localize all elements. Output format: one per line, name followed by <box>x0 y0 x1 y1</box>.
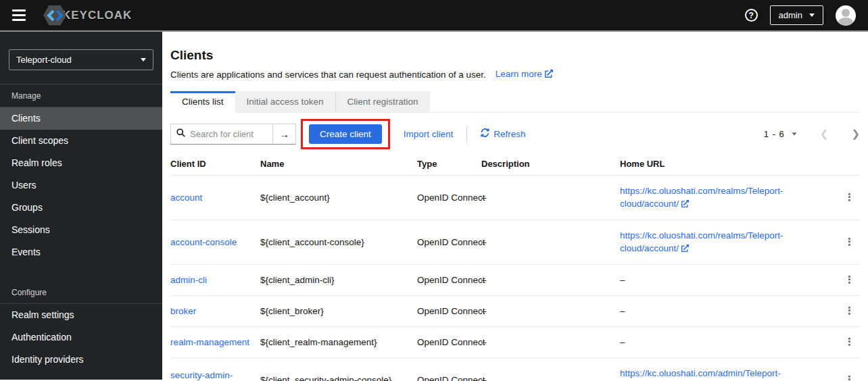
external-link-icon <box>681 198 689 211</box>
page-subtitle: Clients are applications and services th… <box>170 70 486 80</box>
column-header-home-url: Home URL <box>620 153 841 176</box>
column-header-type: Type <box>417 153 481 176</box>
user-menu-label: admin <box>779 10 802 20</box>
refresh-icon <box>481 128 489 139</box>
sidebar-item-clients[interactable]: Clients <box>0 107 162 130</box>
masthead: KEYCLOAK ? admin <box>0 0 868 32</box>
client-id-link[interactable]: broker <box>170 306 196 316</box>
row-kebab-menu-icon[interactable]: ⋮ <box>844 336 854 348</box>
user-menu-dropdown[interactable]: admin <box>770 5 823 25</box>
brand-name: KEYCLOAK <box>62 9 132 22</box>
help-icon[interactable]: ? <box>745 9 758 22</box>
search-input[interactable] <box>190 129 264 139</box>
search-group: → <box>170 124 296 145</box>
search-submit-button[interactable]: → <box>272 124 295 144</box>
home-url-empty: – <box>620 296 841 327</box>
row-kebab-menu-icon[interactable]: ⋮ <box>844 305 854 317</box>
pagination-options-icon[interactable] <box>792 132 796 136</box>
client-type: OpenID Connect <box>417 176 481 220</box>
realm-selector[interactable]: Teleport-cloud <box>9 49 153 70</box>
nav-section-configure: Configure <box>0 281 162 303</box>
annotation-highlight-box: Create client <box>301 119 390 149</box>
home-url-link[interactable]: https://kc.oluoshati.com/realms/Teleport… <box>620 186 783 209</box>
nav-section-manage: Manage <box>0 84 162 107</box>
learn-more-link[interactable]: Learn more <box>496 69 553 80</box>
row-kebab-menu-icon[interactable]: ⋮ <box>844 274 854 286</box>
sidebar-item-groups[interactable]: Groups <box>0 197 162 219</box>
external-link-icon <box>545 70 553 80</box>
main-content: Clients Clients are applications and ser… <box>162 32 868 380</box>
table-header-row: Client IDNameTypeDescriptionHome URL <box>170 153 860 176</box>
table-row-admin-cli: admin-cli${client_admin-cli}OpenID Conne… <box>170 265 860 296</box>
create-client-button[interactable]: Create client <box>309 124 382 144</box>
sidebar-item-sessions[interactable]: Sessions <box>0 219 162 241</box>
sidebar: Teleport-cloud Manage ClientsClient scop… <box>0 32 162 380</box>
client-id-link[interactable]: security-admin-console <box>170 370 233 381</box>
sidebar-item-realm-settings[interactable]: Realm settings <box>0 304 162 326</box>
client-description: – <box>481 220 620 265</box>
client-id-link[interactable]: realm-management <box>170 337 249 347</box>
client-name: ${client_admin-cli} <box>260 265 417 296</box>
home-url-link[interactable]: https://kc.oluoshati.com/admin/Teleport-… <box>620 368 781 381</box>
pagination-top: 1 - 6 ❮ ❯ <box>764 128 860 140</box>
column-header-actions <box>841 153 860 176</box>
client-type: OpenID Connect <box>417 296 481 327</box>
client-id-link[interactable]: admin-cli <box>170 275 207 285</box>
home-url-empty: – <box>620 265 841 296</box>
client-name: ${client_broker} <box>260 296 417 327</box>
hamburger-menu-icon[interactable] <box>12 9 26 21</box>
row-kebab-menu-icon[interactable]: ⋮ <box>844 236 854 248</box>
keycloak-logo: KEYCLOAK <box>43 5 132 26</box>
table-row-broker: broker${client_broker}OpenID Connect––⋮ <box>170 296 860 327</box>
client-name: ${client_realm-management} <box>260 327 417 358</box>
pagination-prev-icon[interactable]: ❮ <box>820 128 829 140</box>
search-icon <box>176 128 185 140</box>
import-client-link[interactable]: Import client <box>404 129 454 139</box>
column-header-client-id: Client ID <box>170 153 260 176</box>
row-kebab-menu-icon[interactable]: ⋮ <box>844 374 854 381</box>
tab-clients-list[interactable]: Clients list <box>170 91 235 113</box>
avatar[interactable] <box>836 5 856 26</box>
client-id-link[interactable]: account <box>170 193 202 203</box>
tab-initial-access-token[interactable]: Initial access token <box>235 91 335 112</box>
table-row-security-admin-console: security-admin-console${client_security-… <box>170 358 860 381</box>
table-row-account: account${client_account}OpenID Connect–h… <box>170 176 860 220</box>
sidebar-item-events[interactable]: Events <box>0 241 162 263</box>
row-kebab-menu-icon[interactable]: ⋮ <box>844 191 854 203</box>
client-type: OpenID Connect <box>417 327 481 358</box>
page-title: Clients <box>170 48 860 63</box>
home-url-link[interactable]: https://kc.oluoshati.com/realms/Teleport… <box>620 230 783 253</box>
client-description: – <box>481 296 620 327</box>
realm-selector-label: Teleport-cloud <box>16 55 72 65</box>
client-description: – <box>481 176 620 220</box>
pagination-range: 1 - 6 <box>764 129 785 139</box>
table-row-account-console: account-console${client_account-console}… <box>170 220 860 265</box>
chevron-down-icon <box>809 14 815 17</box>
sidebar-item-authentication[interactable]: Authentication <box>0 326 162 349</box>
clients-table-body: account${client_account}OpenID Connect–h… <box>170 176 860 381</box>
client-name: ${client_account-console} <box>260 220 417 265</box>
external-link-icon <box>681 243 689 255</box>
sidebar-item-client-scopes[interactable]: Client scopes <box>0 130 162 152</box>
client-description: – <box>481 327 620 358</box>
tab-client-registration[interactable]: Client registration <box>335 91 430 112</box>
refresh-link[interactable]: Refresh <box>481 128 525 139</box>
sidebar-item-identity-providers[interactable]: Identity providers <box>0 349 162 371</box>
sidebar-item-users[interactable]: Users <box>0 174 162 197</box>
client-type: OpenID Connect <box>417 265 481 296</box>
nav-group-manage: ClientsClient scopesRealm rolesUsersGrou… <box>0 107 162 263</box>
pagination-next-icon[interactable]: ❯ <box>851 128 860 140</box>
toolbar-divider <box>466 126 467 142</box>
nav-group-configure: Realm settingsAuthenticationIdentity pro… <box>0 304 162 371</box>
chevron-down-icon <box>141 58 146 61</box>
client-id-link[interactable]: account-console <box>170 237 237 247</box>
home-url-empty: – <box>620 327 841 358</box>
client-type: OpenID Connect <box>417 220 481 265</box>
client-name: ${client_security-admin-console} <box>260 358 417 381</box>
client-description: – <box>481 265 620 296</box>
column-header-name: Name <box>260 153 417 176</box>
sidebar-item-realm-roles[interactable]: Realm roles <box>0 152 162 174</box>
client-description: – <box>481 358 620 381</box>
client-type: OpenID Connect <box>417 358 481 381</box>
client-name: ${client_account} <box>260 176 417 220</box>
